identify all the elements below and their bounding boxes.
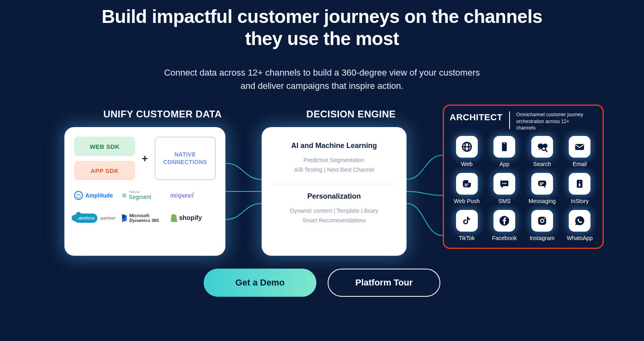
channel-label: Web Push — [454, 198, 480, 204]
channel-label: Messaging — [528, 198, 556, 204]
engine-h2: Personalization — [272, 192, 396, 201]
get-demo-button[interactable]: Get a Demo — [204, 269, 316, 297]
channel-instory: InStory — [563, 173, 597, 204]
segment-text: Segment — [129, 194, 151, 200]
architect-title: ARCHITECT — [450, 111, 503, 123]
engine-p4: Smart Recommendations — [272, 216, 396, 226]
messaging-icon — [531, 173, 553, 195]
channel-label: Search — [533, 161, 551, 167]
tiktok-icon — [456, 210, 478, 232]
engine-heading: DECISION ENGINE — [306, 109, 396, 120]
sms-icon — [493, 173, 515, 195]
engine-p1: Predictive Segmentation — [272, 156, 396, 165]
architect-divider — [509, 111, 510, 129]
salesforce-cloud: salesforce — [74, 214, 97, 223]
channel-label: Instagram — [530, 235, 555, 241]
connector-left — [225, 127, 262, 256]
whatsapp-icon — [569, 210, 590, 232]
unify-heading: UNIFY CUSTOMER DATA — [103, 109, 222, 120]
channel-label: Email — [573, 161, 587, 167]
dynamics-logo: Microsoft Dynamics 365 — [122, 212, 167, 224]
channel-web: Web — [450, 136, 484, 167]
globe-icon — [456, 136, 478, 158]
channel-label: SMS — [498, 198, 510, 204]
channel-app: App — [487, 136, 522, 167]
channel-label: App — [500, 161, 510, 167]
channel-messaging: Messaging — [525, 173, 559, 204]
platform-tour-button[interactable]: Platform Tour — [328, 269, 440, 297]
channel-email: Email — [563, 136, 597, 167]
shopify-logo: shopify — [170, 212, 216, 224]
channel-label: WhatsApp — [567, 235, 593, 241]
channel-label: InStory — [571, 198, 588, 204]
channel-grid: WebAppSearchEmailWeb PushSMSMessagingInS… — [450, 136, 597, 241]
channel-search: Search — [525, 136, 559, 167]
hero-subtitle: Connect data across 12+ channels to buil… — [157, 66, 487, 92]
web-sdk-pill: WEB SDK — [74, 137, 135, 156]
engine-p2: A/B Testing | Next Best Channel — [272, 165, 396, 175]
architect-panel: ARCHITECT Omnichannel customer journey o… — [443, 105, 604, 249]
channel-tiktok: TikTok — [450, 210, 484, 241]
channel-label: Web — [461, 161, 473, 167]
engine-h1: AI and Machine Learning — [272, 142, 396, 150]
engine-card: AI and Machine Learning Predictive Segme… — [262, 127, 407, 256]
architect-subtitle: Omnichannel customer journey orchestrati… — [516, 111, 585, 131]
channel-label: TikTok — [459, 235, 475, 241]
search-icon — [531, 136, 553, 158]
channel-sms: SMS — [487, 173, 522, 204]
connector-right — [407, 127, 443, 256]
channel-facebook: Facebook — [487, 210, 522, 241]
channel-whatsapp: WhatsApp — [563, 210, 597, 241]
channel-label: Facebook — [492, 235, 517, 241]
channel-web-push: Web Push — [450, 173, 484, 204]
mail-icon — [569, 136, 590, 158]
native-connections-box: NATIVE CONNECTIONS — [155, 137, 216, 180]
app-sdk-pill: APP SDK — [74, 161, 135, 180]
facebook-icon — [493, 210, 515, 232]
plus-icon: + — [141, 152, 149, 165]
push-icon — [456, 173, 478, 195]
salesforce-partner: partner — [101, 216, 116, 220]
instory-icon — [569, 173, 590, 195]
amplitude-logo: Amplitude — [74, 190, 120, 201]
phone-icon — [493, 136, 515, 158]
segment-logo: TWILIO Segment — [122, 190, 167, 201]
salesforce-logo: salesforce partner — [74, 212, 120, 224]
engine-p3: Dynamic content | Template Library — [272, 206, 396, 216]
hero-title: Build impactful customer journeys on the… — [101, 0, 543, 50]
mixpanel-logo: mixpanel — [170, 190, 216, 201]
channel-instagram: Instagram — [525, 210, 559, 241]
instagram-icon — [531, 210, 553, 232]
engine-divider — [272, 184, 396, 184]
segment-small: TWILIO — [129, 191, 151, 194]
unify-card: WEB SDK APP SDK + NATIVE CONNECTIONS Amp… — [64, 127, 225, 256]
